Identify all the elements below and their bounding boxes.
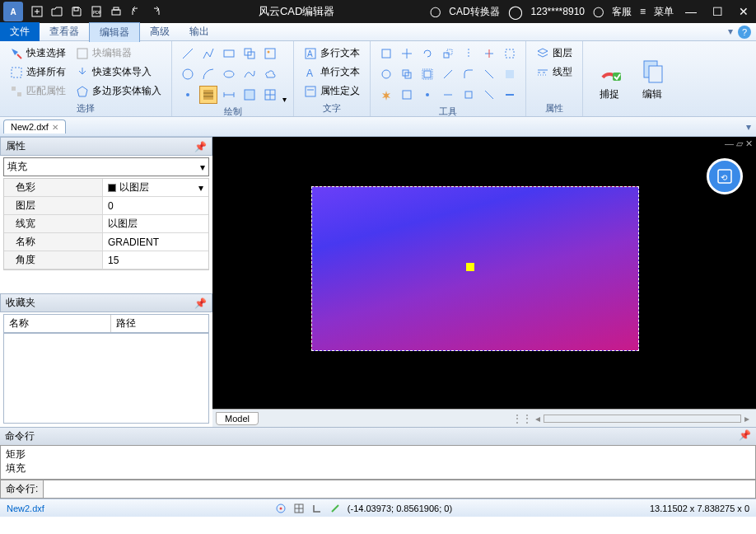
tool-20[interactable] (480, 86, 498, 104)
file-tab[interactable]: New2.dxf ✕ (3, 119, 66, 134)
qat-save-icon[interactable] (69, 4, 84, 19)
arc-tool[interactable] (199, 65, 217, 83)
help-icon[interactable]: ? (738, 26, 751, 39)
pin-icon[interactable]: 📌 (194, 141, 207, 152)
tabbar-dropdown-icon[interactable]: ▾ (746, 121, 751, 133)
pin-icon[interactable]: 📌 (194, 297, 207, 309)
scroll-left-icon[interactable]: ◂ (535, 413, 540, 424)
drawing-canvas[interactable]: — ▱ ✕ ⟲ (212, 137, 756, 409)
ellipse-tool[interactable] (220, 65, 238, 83)
table-tool[interactable] (261, 86, 279, 104)
close-tab-icon[interactable]: ✕ (52, 123, 58, 132)
polyline-tool[interactable] (199, 44, 217, 63)
mirror-tool[interactable] (460, 44, 478, 63)
circle-tool[interactable] (179, 65, 197, 83)
quick-select-button[interactable]: 快速选择 (7, 44, 69, 62)
command-panel-header: 命令行 📌 (0, 428, 756, 445)
attdef-button[interactable]: 属性定义 (301, 82, 363, 100)
menu-file[interactable]: 文件 (0, 22, 40, 41)
svg-rect-38 (444, 53, 449, 58)
view-cube-icon[interactable]: ⟲ (707, 158, 743, 194)
stext-icon: A (304, 66, 317, 79)
scale-tool[interactable] (439, 44, 457, 63)
snap-button[interactable]: 捕捉 (590, 44, 629, 115)
region-tool[interactable] (240, 86, 259, 104)
move-tool[interactable] (398, 44, 416, 63)
status-snap-icon[interactable] (275, 503, 287, 514)
qat-new-icon[interactable] (30, 4, 44, 19)
svg-rect-52 (403, 91, 411, 99)
converter-link[interactable]: CAD转换器 (449, 5, 499, 19)
rotate-tool[interactable] (418, 44, 436, 63)
status-polar-icon[interactable] (329, 503, 341, 514)
menu-viewer[interactable]: 查看器 (40, 22, 89, 41)
offset-tool[interactable] (418, 65, 436, 83)
dim-tool[interactable] (220, 86, 238, 104)
stext-button[interactable]: A单行文本 (301, 63, 363, 81)
spline-tool[interactable] (240, 65, 259, 83)
svg-rect-28 (245, 90, 254, 100)
toolbar-dropdown-icon[interactable]: ▾ (728, 26, 733, 39)
tool-8[interactable] (377, 65, 395, 83)
support-link[interactable]: 客服 (612, 5, 632, 19)
qat-open-icon[interactable] (49, 4, 64, 19)
fillet-tool[interactable] (460, 65, 478, 83)
point-tool[interactable] (179, 86, 197, 104)
extend-tool[interactable] (439, 65, 457, 83)
property-type-select[interactable]: 填充 ▾ (3, 157, 209, 176)
explode-tool[interactable] (377, 86, 395, 104)
minimize-button[interactable]: — (682, 2, 700, 21)
pin-icon[interactable]: 📌 (739, 429, 751, 443)
trim-tool[interactable] (480, 44, 498, 63)
copy-tool[interactable] (398, 65, 416, 83)
mtext-button[interactable]: A多行文本 (301, 44, 363, 62)
select-all-button[interactable]: 选择所有 (7, 63, 69, 81)
rect2-tool[interactable] (240, 44, 259, 63)
tab-grip-icon[interactable]: ⋮⋮ (512, 413, 532, 424)
status-ortho-icon[interactable] (311, 503, 323, 514)
linetype-button[interactable]: 线型 (533, 63, 576, 81)
command-input[interactable] (44, 480, 755, 498)
tool-13[interactable] (480, 65, 498, 83)
tool-18[interactable] (439, 86, 457, 104)
selection-grip[interactable] (466, 263, 474, 271)
scroll-right-icon[interactable]: ▸ (744, 413, 749, 424)
edit-button[interactable]: 编辑 (632, 44, 672, 115)
image-tool[interactable] (261, 44, 279, 63)
tool-7[interactable] (501, 44, 519, 63)
menu-advanced[interactable]: 高级 (140, 22, 180, 41)
canvas-window-controls[interactable]: — ▱ ✕ (725, 138, 753, 149)
horizontal-scrollbar[interactable] (544, 415, 741, 423)
tool-16[interactable] (398, 86, 416, 104)
entity-import-icon (76, 66, 89, 79)
menu-output[interactable]: 输出 (180, 22, 219, 41)
model-tab[interactable]: Model (216, 412, 259, 425)
svg-rect-11 (77, 49, 87, 59)
layer-button[interactable]: 图层 (533, 44, 576, 62)
tool-17[interactable] (418, 86, 436, 104)
tool-19[interactable] (460, 86, 478, 104)
close-button[interactable]: ✕ (735, 2, 753, 21)
entity-import-button[interactable]: 快速实体导入 (72, 63, 165, 81)
tool-1[interactable] (377, 44, 395, 63)
qat-print-icon[interactable] (109, 4, 124, 19)
rect-tool[interactable] (220, 44, 238, 63)
gradient-hatch-object[interactable] (311, 186, 639, 351)
edit-icon (639, 58, 665, 84)
status-grid-icon[interactable] (293, 503, 305, 514)
line-tool[interactable] (179, 44, 197, 63)
tool-21[interactable] (501, 86, 519, 104)
favorites-columns: 名称 路径 (3, 314, 209, 333)
draw-dropdown[interactable]: ▾ (282, 95, 287, 104)
svg-text:A: A (306, 68, 313, 79)
cloud-tool[interactable] (261, 65, 279, 83)
menu-editor[interactable]: 编辑器 (89, 22, 140, 42)
qat-redo-icon[interactable] (148, 4, 163, 19)
menu-link[interactable]: 菜单 (654, 5, 674, 19)
polygon-input-button[interactable]: 多边形实体输入 (72, 82, 165, 100)
qat-undo-icon[interactable] (128, 4, 143, 19)
maximize-button[interactable]: ☐ (708, 2, 726, 21)
hatch-tool[interactable] (199, 86, 217, 104)
qat-pdf-icon[interactable]: PDF (89, 4, 104, 19)
tool-14[interactable] (501, 65, 519, 83)
